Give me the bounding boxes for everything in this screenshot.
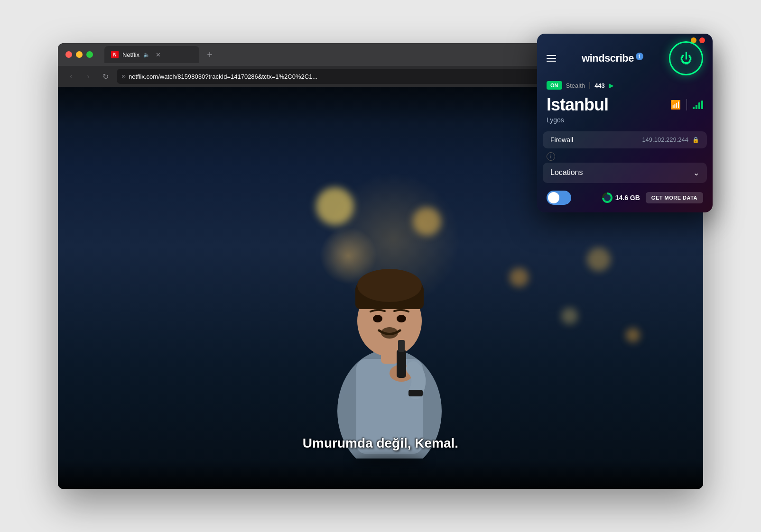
svg-point-7 (373, 315, 382, 322)
logo-badge: 1 (636, 53, 643, 60)
firewall-lock-icon: 🔒 (692, 137, 699, 143)
protocol-label: Stealth (566, 82, 585, 89)
vpn-signal-indicators: 📶 (670, 99, 703, 110)
windscribe-logo: windscribe 1 (582, 52, 643, 64)
new-tab-button[interactable]: + (203, 48, 216, 61)
toggle-knob (548, 192, 559, 203)
vpn-power-button[interactable]: ⏻ (669, 41, 703, 75)
forward-button[interactable]: › (83, 71, 94, 82)
maximize-button[interactable] (86, 51, 93, 58)
locations-chevron-icon: ⌄ (693, 168, 699, 177)
menu-bar-1 (547, 55, 556, 56)
menu-bar-2 (547, 58, 556, 59)
back-button[interactable]: ‹ (65, 71, 77, 82)
refresh-button[interactable]: ↻ (100, 71, 111, 82)
vpn-location-area: Istanbul Lygos 📶 (537, 93, 713, 131)
netflix-favicon: N (111, 51, 119, 58)
video-subtitle: Umurumda değil, Kemal. (303, 436, 458, 451)
netflix-tab[interactable]: N Netflix 🔈 ✕ (104, 46, 199, 63)
signal-bar-4 (701, 101, 703, 109)
signal-bars (693, 101, 703, 109)
power-icon: ⏻ (680, 52, 692, 64)
data-section: 14.6 GB GET MORE DATA (602, 192, 703, 203)
tab-title: Netflix (122, 51, 139, 58)
traffic-lights (65, 51, 93, 58)
tab-close-button[interactable]: ✕ (156, 51, 161, 58)
firewall-ip-group: 149.102.229.244 🔒 (642, 136, 699, 143)
firewall-ip-address: 149.102.229.244 (642, 136, 688, 143)
vpn-info-row: i (537, 152, 713, 163)
signal-bar-2 (696, 105, 697, 109)
bokeh-light-3 (510, 268, 529, 287)
signal-bar-1 (693, 107, 695, 109)
close-button[interactable] (65, 51, 72, 58)
person-figure (299, 212, 480, 460)
port-label: 443 (594, 82, 605, 89)
data-amount-display: 14.6 GB (602, 193, 640, 203)
vpn-city-name: Istanbul (547, 95, 608, 114)
svg-point-8 (397, 315, 406, 322)
person-svg (299, 212, 480, 459)
browser-window: N Netflix 🔈 ✕ + ‹ › ↻ ⊙ netflix.com/watc… (58, 43, 703, 489)
chrome-dot-red (699, 37, 705, 43)
svg-point-6 (357, 269, 422, 302)
status-arrow-icon: ▶ (609, 82, 614, 89)
vpn-locations-row[interactable]: Locations ⌄ (543, 163, 707, 183)
firewall-label: Firewall (550, 136, 573, 144)
bokeh-light-5 (587, 248, 611, 271)
status-divider: | (589, 81, 591, 90)
data-icon-inner (604, 194, 611, 201)
get-more-data-button[interactable]: GET MORE DATA (646, 192, 703, 203)
vpn-menu-button[interactable] (547, 55, 556, 62)
vpn-toggle[interactable] (547, 191, 571, 205)
logo-text: windscribe (582, 52, 634, 64)
vpn-status-row: ON Stealth | 443 ▶ (537, 81, 713, 93)
svg-rect-12 (398, 340, 405, 352)
address-lock-icon: ⊙ (121, 73, 126, 80)
bokeh-light-6 (626, 328, 640, 342)
video-bottom-bar (58, 460, 703, 489)
bokeh-light-4 (561, 308, 578, 324)
svg-rect-11 (397, 349, 406, 378)
vpn-firewall-row: Firewall 149.102.229.244 🔒 (543, 131, 707, 148)
vpn-header: windscribe 1 ⏻ (537, 34, 713, 81)
vpn-bottom-row: 14.6 GB GET MORE DATA (537, 187, 713, 212)
signal-bar-3 (698, 102, 700, 109)
info-icon[interactable]: i (547, 152, 555, 161)
vpn-server-name: Lygos (547, 116, 608, 124)
connection-status-badge: ON (547, 81, 562, 90)
data-usage-icon (602, 193, 613, 203)
svg-rect-13 (408, 390, 423, 396)
svg-point-9 (381, 327, 398, 339)
menu-bar-3 (547, 61, 556, 62)
tab-audio-icon[interactable]: 🔈 (143, 52, 150, 58)
data-amount-text: 14.6 GB (615, 194, 640, 202)
vpn-widget: windscribe 1 ⏻ ON Stealth | 443 ▶ Istanb… (537, 34, 713, 212)
signal-divider (687, 99, 687, 110)
wifi-icon: 📶 (670, 100, 681, 110)
minimize-button[interactable] (76, 51, 83, 58)
locations-label: Locations (550, 168, 583, 177)
